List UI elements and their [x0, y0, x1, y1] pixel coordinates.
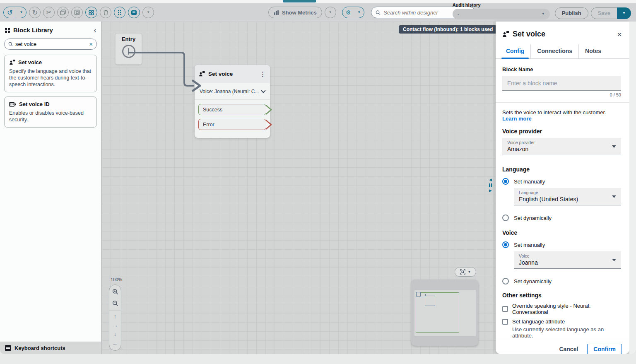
voice-provider-select[interactable]: Voice provider Amazon [502, 138, 621, 155]
settings-caret-button[interactable]: ▼ [354, 7, 364, 18]
zoom-in-button[interactable] [109, 287, 121, 297]
language-select[interactable]: Language English (United States) [514, 188, 621, 205]
entry-node-label: Entry [116, 36, 142, 42]
library-block-title: Set voice [18, 59, 42, 65]
tab-notes[interactable]: Notes [578, 44, 607, 58]
caret-down-icon: ▼ [542, 12, 545, 16]
audit-history-control: Audit history - ▼ [453, 3, 550, 19]
save-button[interactable]: Save [591, 7, 617, 19]
radio-unchecked-icon[interactable] [502, 215, 509, 221]
redo-button[interactable]: ↻ [29, 7, 41, 18]
delete-icon[interactable] [100, 7, 111, 18]
minimap[interactable] [411, 280, 478, 346]
panel-description: Sets the voice to interact with the cust… [502, 109, 606, 116]
library-block-set-voice[interactable]: Set voice Specify the language and voice… [4, 55, 97, 92]
save-caret-button[interactable]: ▼ [617, 7, 631, 19]
radio-unchecked-icon[interactable] [502, 278, 509, 284]
metrics-caret-button[interactable]: ▼ [325, 7, 336, 18]
panel-tabs: Config Connections Notes [496, 44, 629, 59]
close-icon[interactable]: × [617, 30, 622, 39]
output-label: Error [203, 122, 214, 128]
resize-handle-icon[interactable] [489, 183, 492, 187]
keyboard-shortcuts-bar[interactable]: Keyboard shortcuts [0, 342, 101, 354]
voice-set-dynamically-option[interactable]: Set dynamically [502, 278, 621, 284]
tab-config[interactable]: Config [500, 44, 530, 58]
cut-icon[interactable]: ✂ [43, 7, 55, 18]
fit-view-control[interactable]: ▼ [455, 267, 476, 277]
undo-button[interactable]: ↺ [4, 7, 16, 18]
language-heading: Language [502, 166, 621, 173]
show-metrics-button[interactable]: Show Metrics [268, 7, 322, 18]
cancel-button[interactable]: Cancel [559, 346, 578, 352]
settings-gear-icon[interactable]: ⚙ [342, 7, 354, 18]
publish-button[interactable]: Publish [555, 7, 588, 19]
designer-window: ↺ ▼ ↻ ✂ [0, 3, 636, 354]
voice-summary-row[interactable]: Voice: Joanna (Neural: C... [195, 83, 270, 100]
caret-down-icon [612, 145, 616, 148]
select-label: Voice provider [507, 140, 609, 145]
minimap-viewport[interactable] [416, 292, 459, 333]
select-label: Language [519, 190, 609, 195]
block-name-input[interactable] [502, 76, 621, 91]
output-error[interactable]: Error [198, 119, 266, 130]
metrics-icon [274, 10, 279, 15]
radio-checked-icon[interactable] [502, 241, 509, 248]
minimap-world [414, 290, 476, 336]
checkbox-label: Override speaking style - Neural: Conver… [512, 303, 621, 315]
radio-checked-icon[interactable] [502, 178, 509, 185]
radio-label: Set manually [514, 178, 545, 185]
undo-caret-button[interactable]: ▼ [16, 7, 26, 18]
select-value: English (United States) [519, 196, 609, 202]
pan-down-button[interactable]: ↓ [109, 330, 121, 339]
select-value: Joanna [519, 259, 609, 266]
snap-to-grid-button[interactable] [85, 7, 97, 18]
collapse-sidebar-button[interactable]: ‹ [94, 27, 96, 34]
minimap-set-voice-node [425, 296, 435, 306]
settings-split-button: ⚙ ▼ [342, 7, 364, 18]
library-block-set-voice-id[interactable]: Set voice ID Enables or disables voice-b… [4, 96, 97, 128]
audit-history-dropdown[interactable]: - ▼ [453, 9, 550, 19]
copy-icon[interactable] [57, 7, 69, 18]
learn-more-link[interactable]: Learn more [502, 116, 532, 122]
select-label: Voice [519, 253, 609, 258]
success-port[interactable] [265, 104, 272, 115]
annotation-caret-button[interactable]: ▼ [142, 7, 154, 18]
entry-port[interactable] [122, 45, 135, 58]
panel-scrollbar-gutter[interactable] [629, 22, 636, 354]
block-search[interactable]: × [4, 39, 97, 50]
confirm-button[interactable]: Confirm [587, 344, 622, 354]
voice-provider-heading: Voice provider [502, 128, 621, 135]
voice-select[interactable]: Voice Joanna [514, 251, 621, 269]
caret-down-icon [612, 195, 616, 198]
clear-search-icon[interactable]: × [89, 41, 93, 47]
kebab-menu-icon[interactable]: ⋮ [260, 70, 266, 78]
annotation-button[interactable] [128, 7, 140, 18]
pan-left-button[interactable]: ← [109, 339, 121, 348]
checkbox-unchecked-icon[interactable] [502, 319, 508, 325]
pan-up-button[interactable]: ↑ [109, 312, 121, 321]
pan-right-button[interactable]: → [109, 321, 121, 330]
zoom-out-button[interactable] [109, 299, 121, 308]
publish-toolbar-group: Audit history - ▼ Publish Save ▼ [453, 7, 631, 19]
select-value: Amazon [507, 146, 609, 152]
block-search-input[interactable] [15, 41, 87, 47]
language-set-manually-option[interactable]: Set manually [502, 178, 621, 185]
set-language-attribute-option[interactable]: Set language attribute [502, 318, 621, 325]
voice-set-manually-option[interactable]: Set manually [502, 241, 621, 248]
expand-panel-button[interactable]: ◀ [489, 178, 492, 182]
drag-handle-button[interactable] [114, 7, 125, 18]
block-library-icon [5, 28, 10, 33]
entry-node[interactable]: Entry [115, 33, 142, 65]
set-voice-node-header[interactable]: Set voice ⋮ [195, 65, 270, 83]
fit-view-icon [460, 269, 465, 275]
language-set-dynamically-option[interactable]: Set dynamically [502, 215, 621, 221]
output-success[interactable]: Success [198, 104, 266, 115]
override-speaking-style-option[interactable]: Override speaking style - Neural: Conver… [502, 303, 621, 315]
checkbox-unchecked-icon[interactable] [502, 306, 508, 312]
collapse-panel-button[interactable]: ▶ [489, 189, 492, 193]
paste-icon[interactable] [71, 7, 83, 18]
panel-title: Set voice [513, 30, 614, 39]
error-port[interactable] [265, 119, 272, 130]
set-voice-node[interactable]: Set voice ⋮ Voice: Joanna (Neural: C... … [195, 65, 270, 138]
tab-connections[interactable]: Connections [530, 44, 578, 58]
